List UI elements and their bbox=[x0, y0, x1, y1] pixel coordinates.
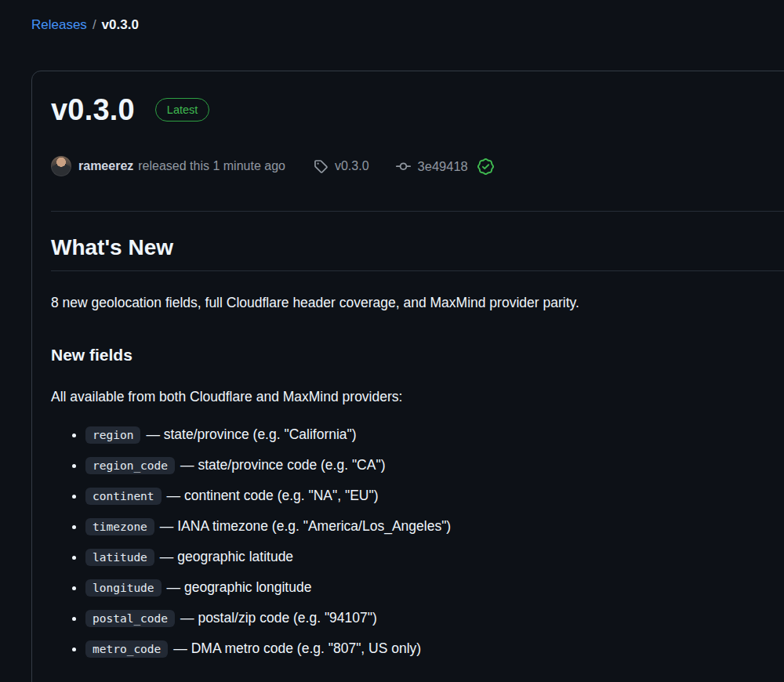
release-card: v0.3.0 Latest rameerez released this 1 m… bbox=[31, 71, 784, 682]
breadcrumb-current-release: v0.3.0 bbox=[102, 17, 139, 33]
tag-group: v0.3.0 bbox=[314, 159, 369, 173]
field-description: — IANA timezone (e.g. "America/Los_Angel… bbox=[160, 518, 451, 534]
intro-paragraph: 8 new geolocation fields, full Cloudflar… bbox=[51, 292, 784, 313]
field-list: region— state/province (e.g. "California… bbox=[51, 424, 784, 659]
field-code: postal_code bbox=[85, 610, 175, 627]
field-code: timezone bbox=[85, 518, 154, 535]
list-item: continent— continent code (e.g. "NA", "E… bbox=[85, 485, 784, 506]
list-item: latitude— geographic latitude bbox=[85, 546, 784, 568]
released-text: released this 1 minute ago bbox=[138, 159, 285, 173]
field-code: latitude bbox=[85, 549, 154, 566]
avatar[interactable] bbox=[51, 156, 71, 176]
field-code: continent bbox=[85, 488, 162, 505]
release-title: v0.3.0 bbox=[51, 92, 135, 128]
breadcrumb-separator: / bbox=[93, 17, 96, 33]
git-commit-icon bbox=[396, 159, 411, 174]
release-notes-body: What's New 8 new geolocation fields, ful… bbox=[51, 234, 784, 659]
field-code: region_code bbox=[85, 457, 175, 474]
field-description: — postal/zip code (e.g. "94107") bbox=[180, 610, 377, 626]
tag-name: v0.3.0 bbox=[335, 159, 369, 173]
release-meta-row: rameerez released this 1 minute ago v0.3… bbox=[51, 156, 784, 176]
field-description: — state/province (e.g. "California") bbox=[146, 426, 356, 442]
tag-icon bbox=[314, 159, 328, 173]
list-item: timezone— IANA timezone (e.g. "America/L… bbox=[85, 516, 784, 537]
commit-group: 3e49418 bbox=[396, 158, 494, 175]
list-item: metro_code— DMA metro code (e.g. "807", … bbox=[85, 638, 784, 659]
field-description: — continent code (e.g. "NA", "EU") bbox=[167, 488, 379, 503]
list-item: postal_code— postal/zip code (e.g. "9410… bbox=[85, 608, 784, 629]
commit-sha-link[interactable]: 3e49418 bbox=[418, 159, 468, 174]
new-fields-heading: New fields bbox=[51, 344, 784, 365]
field-code: region bbox=[85, 426, 140, 444]
breadcrumb-releases-link[interactable]: Releases bbox=[31, 17, 87, 33]
release-page: Releases / v0.3.0 v0.3.0 Latest rameerez… bbox=[0, 0, 784, 682]
header-divider bbox=[51, 211, 784, 212]
release-title-row: v0.3.0 Latest bbox=[51, 92, 784, 128]
latest-badge[interactable]: Latest bbox=[155, 98, 210, 122]
list-item: region— state/province (e.g. "California… bbox=[85, 424, 784, 445]
field-code: metro_code bbox=[85, 640, 168, 658]
verified-check-icon[interactable] bbox=[477, 158, 494, 175]
field-description: — geographic latitude bbox=[160, 549, 293, 564]
field-code: longitude bbox=[85, 579, 162, 597]
field-description: — state/province code (e.g. "CA") bbox=[180, 457, 385, 473]
list-intro-paragraph: All available from both Cloudflare and M… bbox=[51, 386, 784, 407]
list-item: region_code— state/province code (e.g. "… bbox=[85, 455, 784, 476]
breadcrumb: Releases / v0.3.0 bbox=[31, 17, 139, 33]
field-description: — geographic longitude bbox=[167, 579, 312, 595]
whats-new-heading: What's New bbox=[51, 234, 784, 271]
author-link[interactable]: rameerez bbox=[78, 159, 133, 173]
field-description: — DMA metro code (e.g. "807", US only) bbox=[173, 640, 421, 656]
list-item: longitude— geographic longitude bbox=[85, 577, 784, 598]
